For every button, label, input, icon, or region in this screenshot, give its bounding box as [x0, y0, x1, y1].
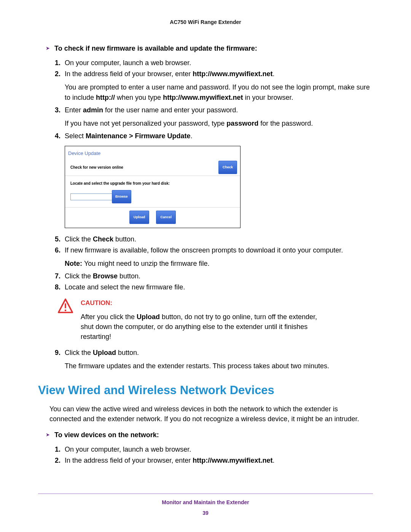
step-paragraph: The firmware updates and the extender re… — [65, 361, 373, 371]
caution-text: After you click the Upload button, do no… — [81, 312, 320, 342]
browse-button[interactable]: Browse — [112, 190, 131, 203]
step-text: Locate and select the new firmware file. — [65, 282, 373, 292]
step-number: 3. — [55, 105, 61, 115]
footer-page-number: 39 — [38, 510, 373, 516]
step-number: 5. — [55, 234, 61, 244]
step-text: Click the Browse button. — [65, 271, 373, 281]
step-number: 1. — [55, 444, 61, 455]
step-number: 8. — [55, 282, 61, 292]
steps-list-2: 1. On your computer, launch a web browse… — [65, 444, 373, 466]
step-paragraph: You are prompted to enter a user name an… — [65, 82, 373, 103]
svg-rect-1 — [65, 304, 66, 308]
locate-file-label: Locate and select the upgrade file from … — [65, 176, 240, 190]
task-arrow-icon: ➤ — [46, 431, 50, 439]
step-paragraph: If you have not yet personalized your pa… — [65, 118, 373, 129]
upload-button[interactable]: Upload — [129, 211, 150, 224]
steps-list-1: 1. On your computer, launch a web browse… — [65, 58, 373, 371]
task-title: To view devices on the network: — [54, 431, 159, 439]
device-update-screenshot: Device Update Check for new version onli… — [65, 146, 241, 228]
panel-title: Device Update — [65, 146, 240, 160]
caution-block: CAUTION: After you click the Upload butt… — [57, 298, 373, 342]
page-footer: Monitor and Maintain the Extender 39 — [38, 494, 373, 516]
file-path-input[interactable] — [70, 193, 112, 200]
section-paragraph: You can view the active wired and wirele… — [49, 404, 369, 424]
step-text: On your computer, launch a web browser. — [65, 58, 373, 68]
step-number: 7. — [55, 271, 61, 281]
step-text: Click the Check button. — [65, 234, 373, 244]
task-heading-view-devices: ➤ To view devices on the network: — [46, 431, 373, 439]
step-text: Click the Upload button. — [65, 348, 373, 358]
note: Note: You might need to unzip the firmwa… — [65, 259, 373, 269]
footer-rule — [38, 494, 373, 494]
footer-section-title: Monitor and Maintain the Extender — [38, 499, 373, 505]
task-heading-firmware: ➤ To check if new firmware is available … — [46, 44, 373, 53]
step-number: 9. — [55, 348, 61, 358]
step-number: 1. — [55, 58, 61, 68]
cancel-button[interactable]: Cancel — [156, 211, 176, 224]
step-number: 4. — [55, 131, 61, 141]
step-text: In the address field of your browser, en… — [65, 69, 373, 79]
warning-icon — [57, 298, 74, 318]
step-text: Select Maintenance > Firmware Update. — [65, 131, 373, 141]
caution-title: CAUTION: — [81, 298, 320, 308]
step-text: Enter admin for the user name and enter … — [65, 105, 373, 115]
task-title: To check if new firmware is available an… — [54, 44, 257, 53]
step-number: 6. — [55, 245, 61, 256]
page-header: AC750 WiFi Range Extender — [38, 19, 373, 25]
check-online-label: Check for new version online — [70, 162, 218, 173]
check-button[interactable]: Check — [218, 161, 237, 174]
step-text: On your computer, launch a web browser. — [65, 444, 373, 455]
section-heading: View Wired and Wireless Network Devices — [38, 383, 373, 397]
task-arrow-icon: ➤ — [46, 44, 50, 53]
step-number: 2. — [55, 455, 61, 466]
svg-point-2 — [65, 310, 67, 312]
step-text: In the address field of your browser, en… — [65, 455, 373, 466]
step-text: If new firmware is available, follow the… — [65, 245, 373, 256]
step-number: 2. — [55, 69, 61, 79]
